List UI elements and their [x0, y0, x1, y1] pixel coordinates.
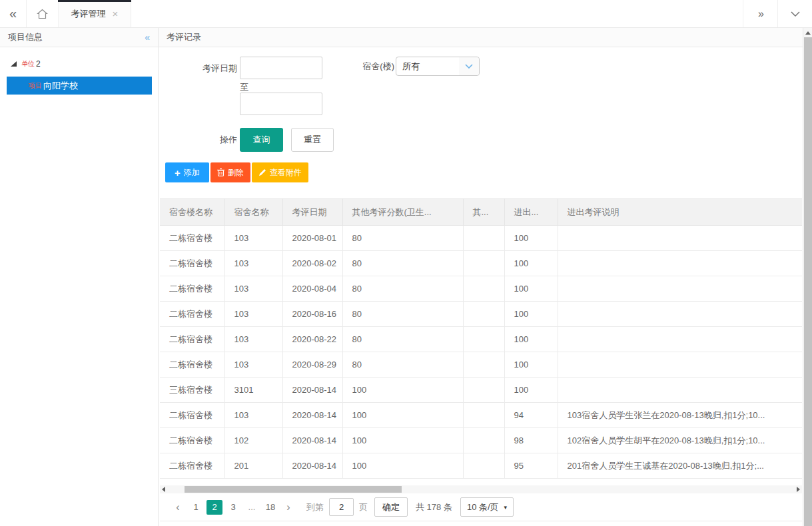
table-header-row: 宿舍楼名称宿舍名称考评日期其他考评分数(卫生...其...进出...进出考评说明: [160, 199, 802, 226]
page-button-3[interactable]: 3: [225, 500, 241, 515]
tree-node-unit[interactable]: 单位 2: [0, 57, 158, 71]
expand-node-icon[interactable]: [11, 61, 17, 67]
page-unit-label: 页: [359, 501, 368, 513]
table-cell: 102: [224, 428, 282, 453]
table-cell: 2020-08-14: [282, 403, 342, 428]
main-panel-header: 考评记录: [159, 28, 803, 47]
vertical-scrollbar[interactable]: [803, 28, 812, 526]
table-cell: 100: [504, 302, 558, 327]
table-cell: 98: [504, 428, 558, 453]
table-row[interactable]: 二栋宿舍楼1032020-08-2280100: [160, 327, 802, 352]
table-row[interactable]: 二栋宿舍楼1022020-08-1410098102宿舍人员学生胡平在2020-…: [160, 428, 802, 453]
page-button-18[interactable]: 18: [262, 500, 278, 515]
table-cell: 三栋宿舍楼: [160, 378, 224, 403]
search-button[interactable]: 查询: [240, 128, 283, 152]
table-cell: 二栋宿舍楼: [160, 251, 224, 276]
column-header: 进出...: [504, 199, 558, 226]
close-tab-icon[interactable]: ×: [113, 9, 119, 19]
table-cell: [463, 403, 504, 428]
delete-button[interactable]: 删除: [210, 162, 250, 182]
horizontal-scrollbar[interactable]: [160, 485, 802, 493]
tree-node-school-selected[interactable]: 项目 向阳学校: [7, 77, 152, 95]
view-attachment-button[interactable]: 查看附件: [252, 162, 308, 182]
column-header: 宿舍楼名称: [160, 199, 224, 226]
table-row[interactable]: 二栋宿舍楼1032020-08-0280100: [160, 251, 802, 276]
add-button-label: 添加: [184, 167, 200, 178]
table-cell: 103: [224, 251, 282, 276]
column-header: 考评日期: [282, 199, 342, 226]
page-button-1[interactable]: 1: [188, 500, 204, 515]
vertical-scrollbar-thumb[interactable]: [804, 37, 812, 526]
table-cell: 103: [224, 352, 282, 378]
collapse-menu-button[interactable]: «: [0, 0, 27, 27]
table-cell: 100: [504, 327, 558, 352]
column-header: 其...: [463, 199, 504, 226]
prev-page-icon[interactable]: ‹: [169, 501, 187, 513]
next-page-icon[interactable]: ›: [280, 501, 297, 513]
page-button-2[interactable]: 2: [206, 500, 222, 515]
table-cell: 103宿舍人员学生张兰在2020-08-13晚归,扣1分;10...: [558, 403, 802, 428]
scroll-up-icon[interactable]: [805, 31, 811, 35]
table-row[interactable]: 三栋宿舍楼31012020-08-14100100: [160, 378, 802, 403]
table-cell: 100: [504, 276, 558, 302]
table-cell: 80: [342, 327, 463, 352]
table-cell: 80: [342, 302, 463, 327]
main-panel: 考评记录 考评日期 至 宿舍(楼) 所有 操作 查询 重置: [159, 28, 803, 526]
table-cell: 100: [504, 226, 558, 251]
page-numbers: 123...18: [187, 500, 280, 515]
table-cell: [463, 327, 504, 352]
table-cell: 100: [342, 403, 463, 428]
table-cell: 2020-08-16: [282, 302, 342, 327]
chevron-down-icon: [791, 11, 800, 17]
table-cell: 80: [342, 276, 463, 302]
delete-button-label: 删除: [228, 167, 244, 178]
sidebar: 项目信息 « 单位 2 项目 向阳学校: [0, 28, 159, 526]
confirm-page-button[interactable]: 确定: [374, 497, 408, 517]
horizontal-scrollbar-thumb[interactable]: [185, 486, 402, 493]
plus-icon: +: [175, 167, 181, 178]
tab-list-button[interactable]: [777, 0, 812, 27]
table-cell: 100: [504, 251, 558, 276]
table-cell: [463, 378, 504, 403]
table-row[interactable]: 二栋宿舍楼1032020-08-0180100: [160, 226, 802, 251]
table-row[interactable]: 二栋宿舍楼2012020-08-1410095201宿舍人员学生王诚基在2020…: [160, 453, 802, 479]
goto-page-input[interactable]: [329, 498, 354, 516]
table-cell: 201: [224, 453, 282, 479]
column-header: 其他考评分数(卫生...: [342, 199, 463, 226]
next-tabs-button[interactable]: »: [743, 0, 777, 27]
page-size-select[interactable]: 10 条/页 ▾: [460, 497, 514, 517]
home-tab-button[interactable]: [27, 0, 58, 27]
table-row[interactable]: 二栋宿舍楼1032020-08-1680100: [160, 302, 802, 327]
tab-kaoping-guanli[interactable]: 考评管理 ×: [58, 0, 131, 27]
table-cell: [558, 352, 802, 378]
table-cell: 2020-08-29: [282, 352, 342, 378]
date-from-input[interactable]: [240, 57, 322, 79]
table-cell: 二栋宿舍楼: [160, 352, 224, 378]
table-row[interactable]: 二栋宿舍楼1032020-08-1410094103宿舍人员学生张兰在2020-…: [160, 403, 802, 428]
table-row[interactable]: 二栋宿舍楼1032020-08-0480100: [160, 276, 802, 302]
add-button[interactable]: + 添加: [165, 162, 209, 182]
page-ellipsis: ...: [244, 500, 260, 515]
tab-label: 考评管理: [71, 8, 106, 20]
collapse-sidebar-icon[interactable]: «: [145, 32, 150, 43]
table-cell: 二栋宿舍楼: [160, 226, 224, 251]
table-row[interactable]: 二栋宿舍楼1032020-08-2980100: [160, 352, 802, 378]
tab-bar: « 考评管理 × »: [0, 0, 812, 28]
scroll-left-icon[interactable]: [162, 487, 165, 492]
date-range-label: 考评日期: [177, 57, 237, 80]
caret-down-icon: ▾: [504, 504, 508, 511]
table-cell: 2020-08-22: [282, 327, 342, 352]
table-cell: [558, 251, 802, 276]
table-cell: 二栋宿舍楼: [160, 302, 224, 327]
table-cell: [463, 453, 504, 479]
reset-button[interactable]: 重置: [291, 128, 334, 152]
table-cell: 100: [342, 453, 463, 479]
scroll-right-icon[interactable]: [797, 487, 800, 492]
table-cell: [463, 302, 504, 327]
date-to-input[interactable]: [240, 93, 322, 115]
dorm-select[interactable]: 所有: [396, 57, 480, 76]
dorm-select-value: 所有: [402, 61, 420, 73]
total-count-label: 共 178 条: [416, 501, 452, 513]
records-table: 宿舍楼名称宿舍名称考评日期其他考评分数(卫生...其...进出...进出考评说明…: [160, 198, 802, 479]
table-cell: [463, 226, 504, 251]
